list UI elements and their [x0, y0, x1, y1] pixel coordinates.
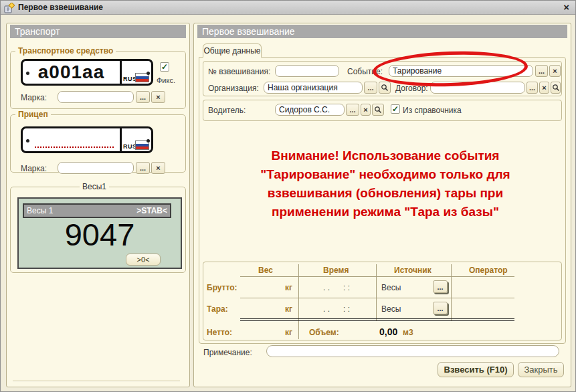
brutto-source: Весы — [381, 283, 401, 292]
trailer-brand-input[interactable] — [58, 162, 134, 174]
vehicle-brand-select-button[interactable]: ... — [136, 91, 150, 103]
tara-source-select-button[interactable]: ... — [433, 302, 448, 314]
row-divider — [240, 298, 514, 298]
magnifier-icon — [381, 84, 389, 92]
warning-line: применении режима "Тара из базы" — [215, 203, 556, 221]
organization-input[interactable] — [264, 82, 363, 94]
event-clear-button[interactable]: × — [549, 65, 561, 77]
volume-value: 0,00 — [379, 326, 397, 337]
fixed-checkbox-label: Фикс. — [157, 76, 175, 84]
event-input[interactable] — [389, 65, 533, 77]
scale-stab-indicator: >STAB< — [136, 206, 167, 215]
driver-input[interactable] — [275, 104, 345, 116]
grid-line — [376, 264, 377, 320]
brutto-label: Брутто: — [207, 283, 237, 292]
organization-select-button[interactable]: ... — [364, 82, 377, 94]
scales-tab-label[interactable]: Весы1 — [80, 182, 109, 191]
fixed-checkbox[interactable]: ✓ — [160, 62, 169, 72]
note-label: Примечание: — [203, 348, 252, 357]
from-catalog-label: Из справочника — [403, 106, 462, 115]
brutto-unit: кг — [240, 283, 292, 292]
dialog-window: Первое взвешивание × Транспорт Транспорт… — [0, 0, 576, 392]
trailer-brand-clear-button[interactable]: × — [151, 162, 165, 174]
vehicle-plate[interactable]: а001аа RUS — [21, 59, 153, 86]
contract-search-button[interactable] — [551, 82, 561, 94]
driver-select-button[interactable]: ... — [346, 104, 359, 116]
header-underline — [240, 276, 514, 277]
brutto-source-select-button[interactable]: ... — [433, 280, 448, 293]
close-icon[interactable]: × — [563, 1, 569, 13]
warning-line: взвешивания (обновления) тары при — [215, 184, 556, 203]
tara-time: . . : : — [323, 304, 350, 314]
transport-panel-header: Транспорт — [10, 25, 186, 38]
col-header-time: Время — [323, 266, 349, 275]
event-select-button[interactable]: ... — [535, 65, 548, 77]
warning-line: Внимание! Использование события — [215, 146, 556, 165]
tab-general-data[interactable]: Общие данные — [203, 43, 262, 58]
weighing-number-input[interactable] — [275, 65, 339, 77]
weighing-panel-header: Первое взвешивание — [197, 25, 567, 38]
tara-label: Тара: — [207, 304, 228, 314]
vehicle-plate-number: а001аа — [23, 61, 120, 84]
plate-bolt — [147, 139, 150, 142]
tara-source: Весы — [381, 304, 401, 314]
note-input[interactable] — [266, 345, 559, 357]
scale-display: Весы 1 >STAB< 9047 >0< — [17, 197, 182, 269]
empty-plate-underline — [35, 146, 114, 148]
contract-clear-button[interactable]: × — [539, 82, 549, 94]
scale-name: Весы 1 — [27, 206, 53, 215]
vehicle-group-label: Транспортное средство — [15, 46, 116, 56]
grid-line — [298, 264, 299, 339]
event-label: Событие: — [347, 67, 383, 76]
trailer-group-label: Прицеп — [15, 110, 51, 119]
netto-double-line — [240, 318, 514, 321]
from-catalog-checkbox[interactable]: ✓ — [391, 104, 400, 114]
magnifier-icon — [552, 84, 560, 92]
plate-bolt — [147, 72, 150, 75]
vehicle-plate-region: RUS — [120, 61, 151, 84]
driver-clear-button[interactable]: × — [361, 104, 371, 116]
netto-label: Нетто: — [207, 328, 232, 337]
scale-zero-button[interactable]: >0< — [126, 254, 161, 266]
volume-label: Объем: — [309, 328, 339, 337]
warning-line: "Тарирование" необходимо только для — [215, 165, 556, 184]
contract-select-button[interactable]: ... — [526, 82, 538, 94]
trailer-brand-label: Марка: — [21, 164, 47, 173]
col-header-weight: Вес — [258, 266, 273, 275]
trailer-brand-select-button[interactable]: ... — [136, 162, 150, 174]
close-button[interactable]: Закрыть — [518, 362, 564, 377]
netto-unit: кг — [240, 328, 292, 337]
plate-bolt — [26, 139, 29, 142]
warning-text: Внимание! Использование события "Тариров… — [215, 146, 556, 221]
magnifier-icon — [374, 106, 382, 114]
contract-input[interactable] — [430, 82, 525, 94]
window-title: Первое взвешивание — [18, 3, 103, 12]
brutto-time: . . : : — [323, 283, 350, 292]
scale-weight-value: 9047 — [19, 216, 181, 253]
weighing-number-label: № взвешивания: — [208, 67, 270, 76]
organization-search-button[interactable] — [379, 82, 391, 94]
title-bar[interactable]: Первое взвешивание × — [1, 1, 575, 15]
driver-label: Водитель: — [208, 106, 246, 115]
contract-label: Договор: — [395, 84, 428, 93]
weigh-button[interactable]: Взвесить (F10) — [438, 362, 514, 377]
left-panel-divider — [13, 381, 180, 382]
vehicle-brand-label: Марка: — [21, 93, 47, 102]
col-header-operator: Оператор — [469, 266, 508, 275]
vehicle-brand-clear-button[interactable]: × — [151, 91, 165, 103]
organization-label: Организация: — [208, 84, 259, 93]
document-weighing-icon — [4, 3, 15, 13]
tara-unit: кг — [240, 304, 292, 314]
plate-bolt — [26, 72, 29, 75]
grid-line — [451, 264, 452, 320]
driver-search-button[interactable] — [372, 104, 384, 116]
trailer-plate[interactable]: RUS — [21, 126, 153, 153]
vehicle-brand-input[interactable] — [58, 91, 134, 103]
volume-unit: м3 — [403, 328, 413, 337]
trailer-plate-number — [23, 128, 120, 151]
col-header-source: Источник — [394, 266, 431, 275]
trailer-plate-region: RUS — [120, 128, 151, 151]
